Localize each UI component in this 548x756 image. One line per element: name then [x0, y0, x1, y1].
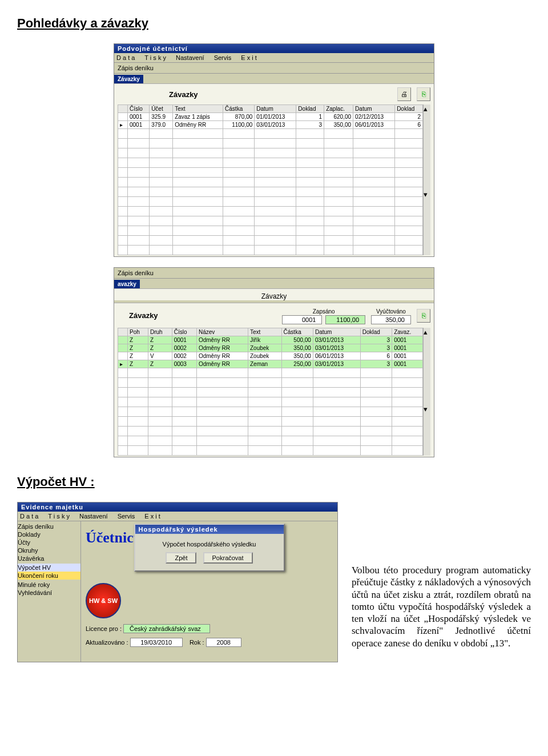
tab-zavazky[interactable]: avazky	[114, 280, 140, 288]
table-row[interactable]: ▸ 0001 379.0 Odměny RR 1100,00 03/01/201…	[118, 121, 423, 129]
table-row[interactable]	[118, 246, 423, 255]
panel-title: Závazky	[169, 90, 198, 99]
col-doklad2[interactable]: Doklad	[395, 105, 423, 113]
scrollbar-icon[interactable]: ▴▾	[423, 104, 430, 255]
menu-bar[interactable]: D a t a T i s k y Nastavení Servis E x i…	[114, 53, 434, 63]
col-ucet[interactable]: Účet	[150, 105, 173, 113]
table-row[interactable]: ZZ0002Odměny RRZoubek350,0003/01/2013300…	[118, 344, 423, 352]
license-field: Český zahrádkářský svaz	[123, 624, 210, 633]
subnav-zapis[interactable]: Zápis deníku	[118, 269, 430, 277]
sidebar-item-vypocet-hv[interactable]: Výpočet HV	[18, 564, 80, 572]
sidebar-item-vyhledavani[interactable]: Vyhledávání	[18, 589, 80, 597]
sub-nav: Zápis deníku	[114, 63, 434, 74]
window-vypocet-hv: Evidence majetku D a t a T i s k y Nasta…	[17, 502, 338, 662]
table-row[interactable]	[118, 158, 423, 168]
heading-pohledavky: Pohledávky a závazky	[17, 16, 531, 31]
table-row[interactable]: ZV0002Odměny RRZoubek350,0006/01/2013600…	[118, 352, 423, 360]
table-row[interactable]	[118, 427, 423, 436]
table-row[interactable]	[118, 148, 423, 158]
table-row[interactable]	[118, 187, 423, 197]
scrollbar-icon[interactable]: ▴▾	[423, 328, 430, 456]
description-paragraph: Volbou této procedury program automatick…	[352, 564, 531, 649]
panel-title-hidden: Závazky	[118, 292, 430, 300]
menu-item-data[interactable]: D a t a	[116, 54, 135, 61]
modal-title: Hospodářský výsledek	[135, 525, 284, 534]
menu-item-data[interactable]: D a t a	[20, 513, 38, 520]
menu-bar[interactable]: D a t a T i s k y Nastavení Servis E x i…	[18, 512, 337, 521]
table-row[interactable]	[118, 397, 423, 407]
sidebar-item-uzaverka[interactable]: Uzávěrka	[18, 554, 80, 562]
menu-item-exit[interactable]: E x i t	[241, 54, 257, 61]
menu-item-exit[interactable]: E x i t	[144, 513, 160, 520]
exit-door-icon[interactable]: ⎘	[417, 87, 430, 101]
menu-item-servis[interactable]: Servis	[214, 54, 232, 61]
menu-item-tisky[interactable]: T i s k y	[48, 513, 70, 520]
sidebar-item-okruhy[interactable]: Okruhy	[18, 546, 80, 554]
window-title: Evidence majetku	[18, 502, 337, 512]
col-cislo[interactable]: Číslo	[172, 328, 196, 336]
continue-button[interactable]: Pokračovat	[203, 552, 253, 564]
sub-nav: Zápis deníku	[114, 268, 434, 279]
table-row[interactable]	[118, 446, 423, 456]
table-row[interactable]	[118, 368, 423, 378]
col-castka[interactable]: Částka	[281, 328, 313, 336]
aktual-label: Aktualizováno :	[86, 639, 128, 646]
table-row[interactable]: ZZ0001Odměny RRJiřík500,0003/01/20133000…	[118, 336, 423, 344]
sidebar-item-minule[interactable]: Minulé roky	[18, 581, 80, 589]
table-row[interactable]	[118, 216, 423, 226]
table-row[interactable]	[118, 236, 423, 246]
col-cislo[interactable]: Číslo	[128, 105, 150, 113]
id-field[interactable]: 0001	[282, 315, 322, 324]
col-poh[interactable]: Poh	[128, 328, 148, 336]
table-row[interactable]: ▸ZZ0003Odměny RRZeman250,0003/01/2013300…	[118, 360, 423, 368]
menu-item-nastaveni[interactable]: Nastavení	[79, 513, 108, 520]
zapsano-field[interactable]: 1100,00	[325, 315, 365, 324]
menu-item-nastaveni[interactable]: Nastavení	[176, 54, 204, 61]
zapsano-label: Zapsáno	[313, 308, 335, 315]
col-doklad[interactable]: Doklad	[296, 105, 324, 113]
col-nazev[interactable]: Název	[196, 328, 248, 336]
logo-icon: HW & SW	[86, 583, 121, 618]
col-datum[interactable]: Datum	[255, 105, 296, 113]
zavazky-summary-grid[interactable]: Číslo Účet Text Částka Datum Doklad Zapl…	[118, 104, 423, 255]
vyuctovano-field[interactable]: 350,00	[371, 315, 411, 324]
back-button[interactable]: Zpět	[166, 552, 196, 564]
sidebar-item-ucty[interactable]: Účty	[18, 538, 80, 546]
col-castka[interactable]: Částka	[223, 105, 255, 113]
zavazky-detail-grid[interactable]: Poh Druh Číslo Název Text Částka Datum D…	[118, 328, 423, 456]
menu-item-tisky[interactable]: T i s k y	[144, 54, 166, 61]
col-druh[interactable]: Druh	[148, 328, 172, 336]
table-row[interactable]	[118, 226, 423, 236]
table-row[interactable]	[118, 197, 423, 207]
sidebar-item-doklady[interactable]: Doklady	[18, 530, 80, 538]
sidebar-nav: Zápis deníku Doklady Účty Okruhy Uzávěrk…	[18, 521, 81, 662]
subnav-zapis[interactable]: Zápis deníku	[118, 64, 430, 72]
col-zavaz[interactable]: Zavaz.	[392, 328, 423, 336]
menu-item-servis[interactable]: Servis	[118, 513, 135, 520]
sidebar-item-ukonceni[interactable]: Ukončení roku	[18, 572, 80, 580]
table-row[interactable]	[118, 417, 423, 427]
table-row[interactable]	[118, 407, 423, 417]
tab-zavazky[interactable]: Závazky	[114, 75, 143, 83]
table-row[interactable]	[118, 178, 423, 187]
modal-vypocet-hv: Hospodářský výsledek Výpočet hospodářské…	[134, 524, 285, 572]
modal-text: Výpočet hospodářského výsledku	[142, 541, 277, 548]
col-datum[interactable]: Datum	[313, 328, 360, 336]
table-row[interactable]	[118, 378, 423, 388]
print-icon[interactable]: 🖨	[397, 87, 411, 101]
col-text[interactable]: Text	[173, 105, 223, 113]
table-row[interactable]	[118, 436, 423, 446]
table-row[interactable]	[118, 168, 423, 178]
table-row[interactable]	[118, 388, 423, 397]
table-row[interactable]: 0001 325.9 Zavaz 1 zápis 870,00 01/01/20…	[118, 113, 423, 121]
col-text[interactable]: Text	[248, 328, 281, 336]
table-row[interactable]	[118, 129, 423, 139]
col-zaplac[interactable]: Zaplac.	[324, 105, 353, 113]
table-row[interactable]	[118, 139, 423, 148]
rok-field: 2008	[206, 638, 241, 647]
exit-door-icon[interactable]: ⎘	[417, 309, 430, 323]
sidebar-item-zapis[interactable]: Zápis deníku	[18, 522, 80, 530]
col-datum2[interactable]: Datum	[353, 105, 395, 113]
col-doklad[interactable]: Doklad	[360, 328, 392, 336]
table-row[interactable]	[118, 207, 423, 216]
